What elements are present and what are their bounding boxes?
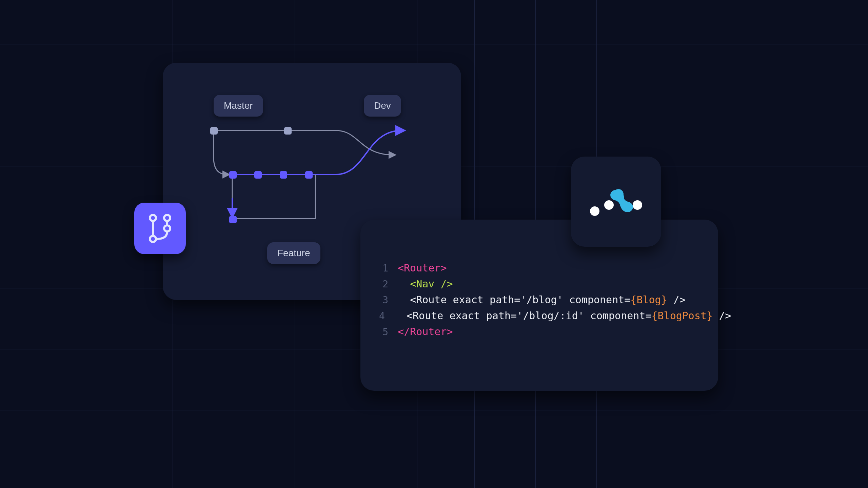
line-number: 1 — [379, 261, 398, 276]
svg-point-23 — [604, 200, 614, 210]
branch-label-master: Master — [214, 95, 263, 117]
code-text: <Router> — [398, 260, 447, 276]
code-line: 4 <Route exact path='/blog/:id' componen… — [379, 308, 694, 324]
svg-rect-17 — [229, 216, 237, 223]
svg-point-24 — [633, 200, 642, 210]
git-branch-icon — [147, 213, 173, 244]
code-line: 1<Router> — [379, 260, 694, 276]
code-text: <Nav /> — [398, 276, 453, 292]
react-router-logo-tile — [571, 157, 661, 247]
code-text: <Route exact path='/blog' component={Blo… — [398, 292, 686, 308]
svg-rect-11 — [210, 127, 218, 135]
react-router-logo-icon — [587, 185, 645, 219]
code-line: 2 <Nav /> — [379, 276, 694, 292]
svg-point-22 — [590, 206, 599, 216]
code-text: <Route exact path='/blog/:id' component=… — [394, 308, 731, 324]
svg-point-25 — [613, 189, 624, 199]
line-number: 5 — [379, 324, 398, 340]
code-text: </Router> — [398, 324, 453, 340]
svg-rect-16 — [305, 171, 313, 179]
line-number: 4 — [379, 308, 394, 324]
svg-rect-15 — [280, 171, 287, 179]
code-line: 5</Router> — [379, 324, 694, 340]
line-number: 3 — [379, 292, 398, 308]
svg-rect-12 — [284, 127, 292, 135]
git-icon-tile — [134, 203, 186, 254]
code-snippet-panel: 1<Router>2 <Nav />3 <Route exact path='/… — [360, 220, 718, 391]
code-lines: 1<Router>2 <Nav />3 <Route exact path='/… — [379, 260, 694, 340]
branch-label-feature: Feature — [267, 242, 320, 264]
git-branch-graph — [203, 120, 441, 236]
svg-rect-13 — [229, 171, 237, 179]
branch-label-dev: Dev — [364, 95, 401, 117]
code-line: 3 <Route exact path='/blog' component={B… — [379, 292, 694, 308]
line-number: 2 — [379, 277, 398, 292]
svg-rect-14 — [254, 171, 262, 179]
